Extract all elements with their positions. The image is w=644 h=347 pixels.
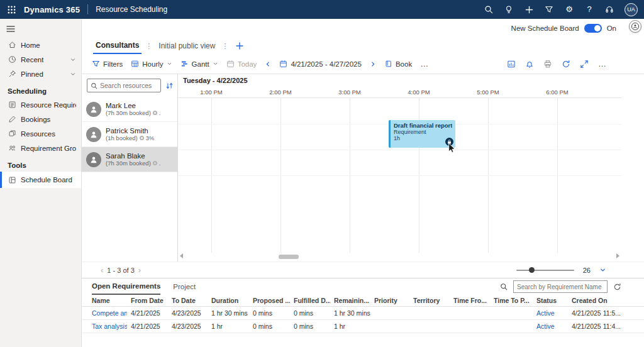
previous-week-button[interactable] bbox=[265, 61, 271, 67]
utilization-donut-icon bbox=[153, 111, 157, 115]
tab-project[interactable]: Project bbox=[173, 278, 196, 295]
search-icon[interactable] bbox=[500, 283, 508, 290]
column-header[interactable]: Fulfilled D... bbox=[290, 295, 330, 307]
tab-initial-public-view[interactable]: Initial public view bbox=[156, 38, 218, 54]
sidebar-item-bookings[interactable]: Bookings bbox=[0, 112, 81, 126]
hourly-view-dropdown[interactable]: Hourly bbox=[131, 60, 172, 68]
column-header[interactable]: From Date bbox=[127, 295, 168, 307]
filters-label: Filters bbox=[103, 60, 123, 68]
sidebar-item-schedule-board[interactable]: Schedule Board bbox=[0, 172, 81, 188]
add-board-tab-button[interactable] bbox=[232, 38, 247, 54]
date-range-picker[interactable]: 4/21/2025 - 4/27/2025 bbox=[279, 60, 362, 68]
module-title[interactable]: Resource Scheduling bbox=[96, 5, 167, 14]
home-icon bbox=[8, 41, 16, 50]
tab-open-requirements[interactable]: Open Requirements bbox=[92, 278, 160, 295]
settings-gear-icon[interactable]: ⚙ bbox=[564, 4, 574, 14]
today-button[interactable]: Today bbox=[226, 60, 257, 68]
zoom-chevron-down-icon[interactable] bbox=[599, 267, 606, 273]
app-title[interactable]: Dynamics 365 bbox=[24, 5, 80, 14]
sidebar-item-home[interactable]: Home bbox=[0, 38, 81, 52]
more-options-icon[interactable]: … bbox=[598, 61, 606, 67]
previous-page-icon[interactable]: ‹ bbox=[97, 265, 107, 275]
column-header[interactable]: Time To P... bbox=[490, 295, 533, 307]
cell bbox=[370, 320, 409, 333]
refresh-icon[interactable] bbox=[562, 60, 570, 69]
resource-search-box bbox=[87, 79, 161, 92]
board-settings-icon[interactable] bbox=[507, 60, 516, 69]
gantt-label: Gantt bbox=[192, 60, 209, 68]
mouse-cursor-icon bbox=[448, 143, 456, 153]
next-page-icon[interactable]: › bbox=[135, 265, 145, 275]
new-schedule-board-label: New Schedule Board bbox=[511, 25, 579, 32]
column-header[interactable]: Remainin... bbox=[330, 295, 370, 307]
next-week-button[interactable] bbox=[370, 61, 376, 67]
sidebar-item-resource-requirements[interactable]: Resource Requireme... bbox=[0, 97, 81, 112]
sidebar-item-pinned[interactable]: Pinned bbox=[0, 67, 81, 81]
column-header[interactable]: Priority bbox=[370, 295, 409, 307]
column-header[interactable]: Territory bbox=[409, 295, 450, 307]
utilization-percent: . bbox=[159, 160, 161, 167]
table-row[interactable]: Compete analy 4/21/2025 4/23/2025 1 hr 3… bbox=[82, 307, 644, 320]
more-commands-icon[interactable]: … bbox=[420, 61, 428, 67]
help-icon[interactable]: ? bbox=[584, 4, 594, 14]
tab-consultants[interactable]: Consultants bbox=[93, 38, 142, 54]
tab-label: Project bbox=[173, 283, 196, 290]
sidebar-item-resources[interactable]: Resources bbox=[0, 126, 81, 141]
book-button[interactable]: Book bbox=[384, 60, 412, 68]
requirement-search-input[interactable] bbox=[513, 280, 608, 293]
chevron-down-icon[interactable] bbox=[70, 57, 76, 63]
sort-resources-icon[interactable] bbox=[165, 82, 174, 90]
chevron-down-icon[interactable] bbox=[70, 71, 76, 77]
today-label: Today bbox=[238, 60, 257, 68]
zoom-slider-thumb[interactable] bbox=[529, 267, 535, 273]
booking-block[interactable]: Draft financial report for Requirement 1… bbox=[389, 120, 455, 148]
refresh-icon[interactable] bbox=[613, 283, 621, 291]
new-schedule-board-toggle[interactable] bbox=[584, 24, 602, 33]
filter-icon[interactable] bbox=[544, 4, 554, 14]
search-resources-input[interactable] bbox=[100, 82, 157, 89]
lightbulb-icon[interactable] bbox=[504, 4, 514, 14]
schedule-grid[interactable]: Tuesday - 4/22/2025 1:00 PM 2:00 PM 3:00… bbox=[178, 74, 621, 262]
sidebar-item-label: Recent bbox=[21, 56, 43, 63]
column-header[interactable]: To Date bbox=[168, 295, 208, 307]
column-header[interactable]: Created On bbox=[568, 295, 644, 307]
user-avatar[interactable]: UA bbox=[625, 3, 638, 16]
column-header[interactable]: Proposed ... bbox=[249, 295, 290, 307]
quick-create-plus-icon[interactable] bbox=[524, 4, 534, 14]
column-header[interactable]: Duration bbox=[208, 295, 249, 307]
zoom-value: 26 bbox=[583, 267, 591, 274]
requirement-name-link[interactable]: Compete analy bbox=[82, 307, 127, 320]
print-icon[interactable] bbox=[543, 60, 552, 69]
scroll-right-icon[interactable] bbox=[616, 253, 619, 258]
scroll-left-icon[interactable] bbox=[180, 253, 183, 258]
assistant-icon bbox=[631, 22, 640, 31]
resource-row-mark-lee[interactable]: Mark Lee (7h 30m booked) . bbox=[82, 97, 177, 122]
board-toolbar-right: … bbox=[507, 60, 606, 69]
tab-options-icon[interactable]: ⋮ bbox=[144, 38, 153, 54]
sidebar-item-label: Home bbox=[21, 41, 40, 49]
gantt-view-dropdown[interactable]: Gantt bbox=[180, 60, 218, 68]
filters-button[interactable]: Filters bbox=[92, 60, 123, 68]
resource-row-sarah-blake[interactable]: Sarah Blake (7h 30m booked) . bbox=[82, 147, 177, 172]
table-row[interactable]: Tax analysis 4/21/2025 4/23/2025 1 hr 0 … bbox=[82, 320, 644, 333]
horizontal-scrollbar-thumb[interactable] bbox=[279, 255, 299, 259]
requirement-name-link[interactable]: Tax analysis bbox=[82, 320, 127, 333]
resource-row-patrick-smith[interactable]: Patrick Smith (1h booked) 3% bbox=[82, 122, 177, 147]
column-header[interactable]: Name bbox=[82, 295, 127, 307]
table-header-row: Name From Date To Date Duration Proposed… bbox=[82, 295, 644, 307]
search-icon[interactable] bbox=[484, 4, 494, 14]
headset-assistant-icon[interactable] bbox=[604, 4, 614, 14]
sidebar-section-tools: Tools bbox=[0, 155, 81, 172]
waffle-menu-icon[interactable] bbox=[6, 4, 16, 14]
fullscreen-expand-icon[interactable] bbox=[580, 60, 589, 69]
assistant-button[interactable] bbox=[629, 20, 641, 33]
notifications-bell-icon[interactable] bbox=[525, 60, 534, 69]
tab-options-icon[interactable]: ⋮ bbox=[220, 38, 230, 54]
hamburger-menu-icon[interactable] bbox=[0, 23, 21, 38]
column-header[interactable]: Time Fro... bbox=[450, 295, 490, 307]
sidebar-item-recent[interactable]: Recent bbox=[0, 52, 81, 67]
column-header[interactable]: Status bbox=[533, 295, 568, 307]
requirements-table: Name From Date To Date Duration Proposed… bbox=[82, 295, 644, 333]
sidebar-item-requirement-groups[interactable]: Requirement Groups bbox=[0, 141, 81, 155]
zoom-slider[interactable] bbox=[516, 270, 574, 271]
